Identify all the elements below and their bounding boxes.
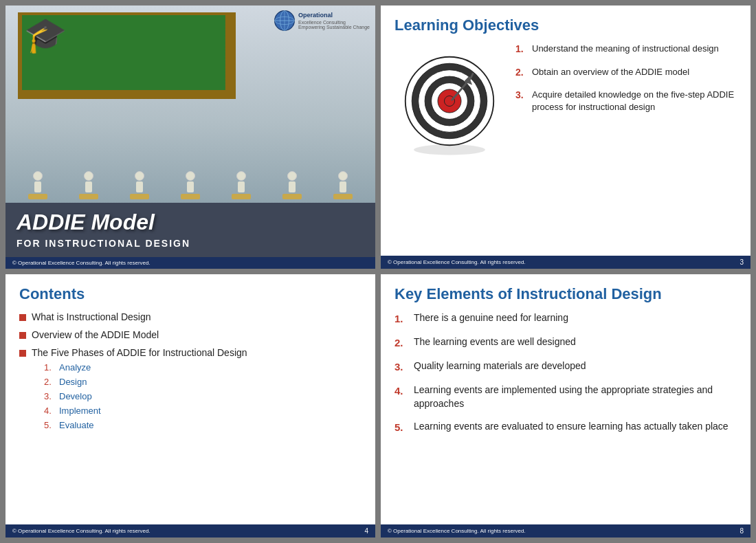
objective-text: Acquire detailed knowledge on the five-s… <box>532 89 737 113</box>
sub-text: Design <box>59 377 87 387</box>
figure-head <box>135 171 144 181</box>
sub-num: 4. <box>44 406 55 416</box>
sub-text: Analyze <box>59 362 91 373</box>
key-num: 5. <box>394 420 407 434</box>
content-area: Contents What is Instructional Design Ov… <box>5 274 375 524</box>
sub-item: 1. Analyze <box>44 362 247 373</box>
bullet-item: The Five Phases of ADDIE for Instruction… <box>19 347 362 434</box>
bullet-list: What is Instructional Design Overview of… <box>19 311 362 434</box>
key-item: 4. Learning events are implemented using… <box>394 384 737 410</box>
sub-num: 3. <box>44 391 55 401</box>
figure-head <box>338 171 348 181</box>
figure <box>28 171 47 199</box>
main-title: ADDIE Model <box>16 210 364 235</box>
slide-title: Key Elements of Instructional Design <box>394 285 737 303</box>
slide-contents: Contents What is Instructional Design Ov… <box>5 274 375 538</box>
content-area: Key Elements of Instructional Design 1. … <box>381 274 751 524</box>
figure <box>282 171 302 199</box>
slide-footer: © Operational Excellence Consulting. All… <box>5 524 375 538</box>
body-layout: 1. Understand the meaning of instruction… <box>394 43 737 245</box>
slide-learning-objectives: Learning Objectives <box>381 5 751 269</box>
sub-item: 3. Develop <box>44 391 247 401</box>
key-num: 4. <box>394 384 407 398</box>
objective-item: 2. Obtain an overview of the ADDIE model <box>515 66 737 80</box>
page-number: 3 <box>740 258 744 266</box>
classroom-figures <box>5 171 375 199</box>
logo-text-block: Operational Excellence Consulting Empowe… <box>298 12 370 30</box>
key-item: 2. The learning events are well designed <box>394 335 737 350</box>
figure-body <box>34 181 41 192</box>
sub-num: 5. <box>44 420 55 430</box>
logo-sub2: Empowering Sustainable Change <box>298 25 370 30</box>
bullet-square <box>19 314 26 321</box>
objective-text: Obtain an overview of the ADDIE model <box>532 66 689 80</box>
slide-key-elements: Key Elements of Instructional Design 1. … <box>381 274 751 538</box>
key-num: 2. <box>394 335 407 350</box>
logo-name: Operational <box>298 12 370 20</box>
figure-head <box>287 171 297 181</box>
sub-text: Evaluate <box>59 420 94 430</box>
figure-head <box>186 171 195 181</box>
objective-num: 2. <box>515 66 526 80</box>
desk <box>28 194 47 199</box>
figure <box>333 171 353 199</box>
bullet-square <box>19 332 26 339</box>
footer-text: © Operational Excellence Consulting. All… <box>12 260 151 266</box>
key-num: 1. <box>394 311 407 326</box>
figure <box>232 171 251 199</box>
footer-text: © Operational Excellence Consulting. All… <box>388 528 526 534</box>
footer-text: © Operational Excellence Consulting. All… <box>388 259 526 265</box>
slide-title: Learning Objectives <box>394 16 737 34</box>
key-text: Learning events are implemented using th… <box>414 384 737 410</box>
target-image <box>394 43 504 159</box>
slide-footer: © Operational Excellence Consulting. All… <box>381 524 751 538</box>
footer-text: © Operational Excellence Consulting. All… <box>12 528 151 534</box>
sub-title: FOR INSTRUCTIONAL DESIGN <box>16 238 364 249</box>
classroom-image: Operational Excellence Consulting Empowe… <box>5 5 375 203</box>
key-num: 3. <box>394 359 407 374</box>
bullet-text: The Five Phases of ADDIE for Instruction… <box>32 347 247 358</box>
objective-item: 3. Acquire detailed knowledge on the fiv… <box>515 89 737 113</box>
objectives-list: 1. Understand the meaning of instruction… <box>515 43 737 124</box>
figure-body <box>238 181 245 192</box>
objective-item: 1. Understand the meaning of instruction… <box>515 43 737 56</box>
slide-footer: © Operational Excellence Consulting. All… <box>381 256 751 269</box>
figure <box>130 171 149 199</box>
objective-num: 3. <box>515 89 526 113</box>
bullet-content: The Five Phases of ADDIE for Instruction… <box>32 347 247 434</box>
figure-body <box>136 181 143 192</box>
content-area: Learning Objectives <box>381 5 751 256</box>
figure-head <box>236 171 246 181</box>
figure-body <box>340 181 346 192</box>
figure <box>79 171 98 199</box>
desk <box>232 194 251 199</box>
svg-point-5 <box>414 144 485 155</box>
desk <box>282 194 302 199</box>
key-item: 5. Learning events are evaluated to ensu… <box>394 420 737 434</box>
slide-title: Contents <box>19 285 362 303</box>
key-text: Learning events are evaluated to ensure … <box>414 420 729 434</box>
slide-footer: © Operational Excellence Consulting. All… <box>5 257 375 269</box>
desk <box>181 194 200 199</box>
key-item: 1. There is a genuine need for learning <box>394 311 737 326</box>
bullet-square <box>19 350 26 357</box>
sub-list: 1. Analyze 2. Design 3. Develop 4. <box>44 362 247 430</box>
figure-body <box>289 181 296 192</box>
key-text: The learning events are well designed <box>414 335 576 349</box>
globe-icon <box>274 10 296 32</box>
figure-body <box>187 181 194 192</box>
bullet-item: What is Instructional Design <box>19 311 362 322</box>
sub-num: 1. <box>44 362 55 373</box>
bullet-text: What is Instructional Design <box>32 311 151 322</box>
sub-text: Implement <box>59 406 101 416</box>
sub-text: Develop <box>59 391 92 401</box>
sub-num: 2. <box>44 377 55 387</box>
bullet-text: Overview of the ADDIE Model <box>32 329 159 340</box>
key-item: 3. Quality learning materials are develo… <box>394 359 737 374</box>
figure-head <box>33 171 43 181</box>
logo-sub1: Excellence Consulting <box>298 20 370 25</box>
key-text: Quality learning materials are developed <box>414 359 586 373</box>
desk <box>333 194 353 199</box>
page-number: 8 <box>740 527 744 535</box>
sub-item: 4. Implement <box>44 406 247 416</box>
